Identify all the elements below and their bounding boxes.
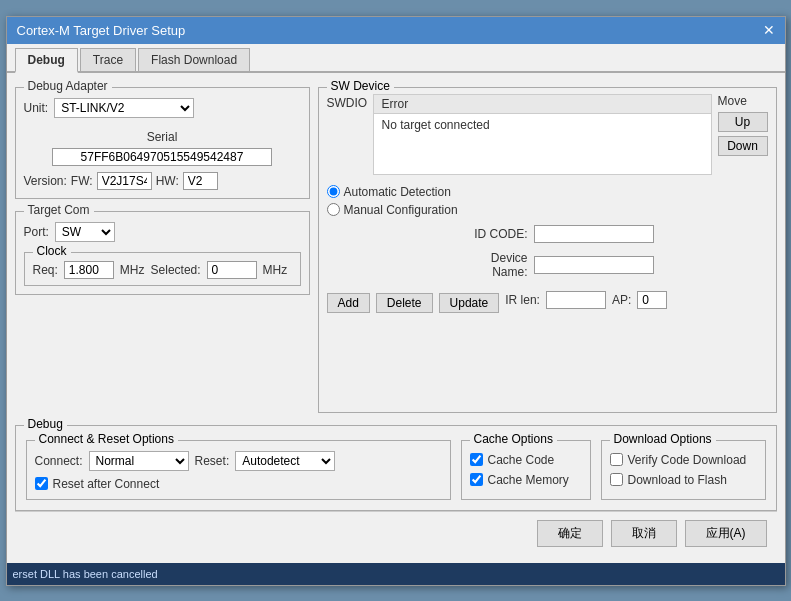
hw-input[interactable] [183, 172, 218, 190]
close-button[interactable]: ✕ [763, 23, 775, 37]
device-name-input[interactable] [534, 256, 654, 274]
id-code-row: ID CODE: [327, 225, 712, 243]
swdio-label: SWDIO [327, 96, 367, 110]
tab-bar: Debug Trace Flash Download [7, 44, 785, 73]
fw-label: FW: [71, 174, 93, 188]
auto-detect-radio[interactable] [327, 185, 340, 198]
reset-after-connect-checkbox[interactable] [35, 477, 48, 490]
up-button[interactable]: Up [718, 112, 768, 132]
auto-detect-label: Automatic Detection [344, 185, 451, 199]
tab-trace[interactable]: Trace [80, 48, 136, 71]
serial-section: Serial [24, 130, 301, 166]
cache-code-checkbox[interactable] [470, 453, 483, 466]
cache-code-label: Cache Code [488, 453, 555, 467]
target-com-title: Target Com [24, 203, 94, 217]
cache-options-group: Cache Options Cache Code Cache Memory [461, 440, 591, 500]
move-label: Move [718, 94, 768, 108]
target-com-inner: Port: SW Clock Req: MHz [24, 222, 301, 286]
clock-row: Req: MHz Selected: MHz [33, 261, 292, 279]
unit-row: Unit: ST-LINK/V2 [24, 98, 301, 118]
connect-row: Connect: Normal Reset: Autodetect [35, 451, 442, 471]
port-row: Port: SW [24, 222, 301, 242]
connect-reset-group: Connect & Reset Options Connect: Normal … [26, 440, 451, 500]
fw-input[interactable] [97, 172, 152, 190]
auto-detect-row: Automatic Detection [327, 185, 712, 199]
error-table: Error No target connected [373, 94, 712, 175]
download-to-flash-row: Download to Flash [610, 473, 757, 487]
status-message: erset DLL has been cancelled [13, 568, 158, 580]
sw-device-inner: SWDIO Error No target connected Automati… [327, 94, 768, 404]
tab-debug[interactable]: Debug [15, 48, 78, 73]
target-com-group: Target Com Port: SW Clock Req: [15, 211, 310, 295]
cancel-button[interactable]: 取消 [611, 520, 677, 547]
req-label: Req: [33, 263, 58, 277]
reset-after-connect-label: Reset after Connect [53, 477, 160, 491]
top-section: Debug Adapter Unit: ST-LINK/V2 Serial Ve… [15, 81, 777, 413]
reset-select[interactable]: Autodetect [235, 451, 335, 471]
download-options-title: Download Options [610, 432, 716, 446]
reset-label: Reset: [195, 454, 230, 468]
req-input[interactable] [64, 261, 114, 279]
swdio-row: SWDIO Error No target connected [327, 94, 712, 175]
tab-flash-download[interactable]: Flash Download [138, 48, 250, 71]
down-button[interactable]: Down [718, 136, 768, 156]
radio-section: Automatic Detection Manual Configuration [327, 185, 712, 217]
manual-config-radio[interactable] [327, 203, 340, 216]
sw-device-group: SW Device SWDIO Error No target connecte… [318, 87, 777, 413]
cache-code-row: Cache Code [470, 453, 582, 467]
action-irlen-row: Add Delete Update IR len: AP: [327, 287, 712, 313]
device-name-row: Device Name: [327, 251, 712, 279]
clock-title: Clock [33, 244, 71, 258]
footer-bar: 确定 取消 应用(A) [15, 511, 777, 555]
ap-input[interactable] [637, 291, 667, 309]
port-select[interactable]: SW [55, 222, 115, 242]
cache-memory-row: Cache Memory [470, 473, 582, 487]
apply-button[interactable]: 应用(A) [685, 520, 767, 547]
error-header: Error [374, 95, 711, 114]
delete-button[interactable]: Delete [376, 293, 433, 313]
manual-config-label: Manual Configuration [344, 203, 458, 217]
update-button[interactable]: Update [439, 293, 500, 313]
debug-adapter-title: Debug Adapter [24, 79, 112, 93]
add-button[interactable]: Add [327, 293, 370, 313]
dialog-window: Cortex-M Target Driver Setup ✕ Debug Tra… [6, 16, 786, 586]
id-code-input[interactable] [534, 225, 654, 243]
clock-group: Clock Req: MHz Selected: MHz [24, 252, 301, 286]
connect-select[interactable]: Normal [89, 451, 189, 471]
device-name-label: Device Name: [463, 251, 528, 279]
verify-code-label: Verify Code Download [628, 453, 747, 467]
window-title: Cortex-M Target Driver Setup [17, 23, 186, 38]
version-label: Version: [24, 174, 67, 188]
serial-label: Serial [147, 130, 178, 144]
reset-after-connect-row: Reset after Connect [35, 477, 442, 491]
verify-code-checkbox[interactable] [610, 453, 623, 466]
title-bar: Cortex-M Target Driver Setup ✕ [7, 17, 785, 44]
cache-memory-label: Cache Memory [488, 473, 569, 487]
manual-config-row: Manual Configuration [327, 203, 712, 217]
unit-label: Unit: [24, 101, 49, 115]
ir-len-label: IR len: [505, 293, 540, 307]
download-to-flash-checkbox[interactable] [610, 473, 623, 486]
unit-select[interactable]: ST-LINK/V2 [54, 98, 194, 118]
right-panel: SW Device SWDIO Error No target connecte… [318, 81, 777, 413]
debug-inner: Connect & Reset Options Connect: Normal … [26, 434, 766, 500]
status-bar: erset DLL has been cancelled [7, 563, 785, 585]
cache-memory-checkbox[interactable] [470, 473, 483, 486]
selected-input[interactable] [207, 261, 257, 279]
id-code-label: ID CODE: [463, 227, 528, 241]
hw-label: HW: [156, 174, 179, 188]
serial-input[interactable] [52, 148, 272, 166]
connect-reset-title: Connect & Reset Options [35, 432, 178, 446]
verify-code-row: Verify Code Download [610, 453, 757, 467]
download-to-flash-label: Download to Flash [628, 473, 727, 487]
ir-len-input[interactable] [546, 291, 606, 309]
main-content: Debug Adapter Unit: ST-LINK/V2 Serial Ve… [7, 73, 785, 563]
debug-group: Debug Connect & Reset Options Connect: N… [15, 425, 777, 511]
debug-adapter-group: Debug Adapter Unit: ST-LINK/V2 Serial Ve… [15, 87, 310, 199]
left-panel: Debug Adapter Unit: ST-LINK/V2 Serial Ve… [15, 81, 310, 413]
move-buttons: Move Up Down [718, 94, 768, 404]
selected-label: Selected: [151, 263, 201, 277]
download-options-group: Download Options Verify Code Download Do… [601, 440, 766, 500]
ok-button[interactable]: 确定 [537, 520, 603, 547]
mhz2-label: MHz [263, 263, 288, 277]
